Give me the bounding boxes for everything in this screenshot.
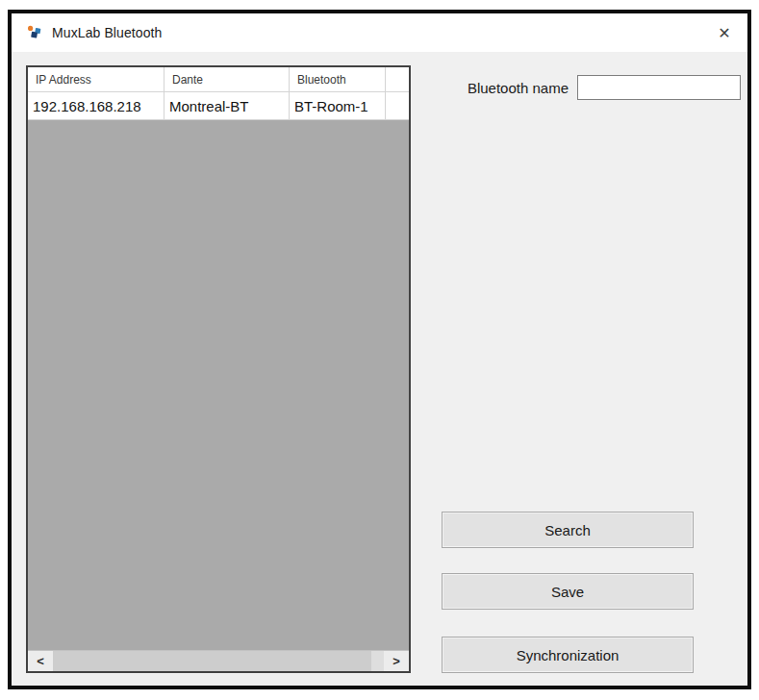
column-header-bluetooth[interactable]: Bluetooth (290, 67, 386, 91)
bluetooth-name-input[interactable] (577, 75, 741, 100)
column-header-dante[interactable]: Dante (164, 67, 290, 91)
table-row[interactable]: 192.168.168.218 Montreal-BT BT-Room-1 (28, 92, 409, 120)
bluetooth-name-label: Bluetooth name (468, 80, 569, 96)
title-bar: MuxLab Bluetooth ✕ (12, 13, 747, 52)
search-button[interactable]: Search (442, 512, 694, 548)
table-empty-area (28, 120, 409, 650)
scroll-right-button[interactable]: > (384, 651, 409, 671)
scrollbar-track[interactable] (53, 651, 384, 671)
cell-ip-address[interactable]: 192.168.168.218 (28, 92, 164, 119)
close-button[interactable]: ✕ (701, 13, 747, 52)
app-logo-icon (27, 25, 42, 40)
scroll-left-button[interactable]: < (28, 651, 53, 671)
close-icon: ✕ (718, 24, 730, 42)
table-header-row: IP Address Dante Bluetooth (28, 67, 409, 92)
column-header-filler (386, 67, 409, 91)
horizontal-scrollbar[interactable]: < > (28, 650, 409, 671)
screenshot-page: MuxLab Bluetooth ✕ IP Address Dante Blue… (0, 0, 759, 700)
cell-dante-name[interactable]: Montreal-BT (164, 92, 290, 119)
chevron-right-icon: > (392, 654, 400, 668)
column-header-ip-address[interactable]: IP Address (28, 67, 164, 91)
synchronization-button[interactable]: Synchronization (442, 637, 694, 673)
cell-filler (386, 92, 409, 119)
device-table: IP Address Dante Bluetooth 192.168.168.2… (26, 65, 411, 673)
bluetooth-name-field: Bluetooth name (423, 73, 741, 102)
app-window: MuxLab Bluetooth ✕ IP Address Dante Blue… (8, 10, 751, 689)
save-button[interactable]: Save (442, 573, 694, 610)
chevron-left-icon: < (37, 654, 44, 668)
window-title: MuxLab Bluetooth (52, 25, 162, 40)
cell-bluetooth-name[interactable]: BT-Room-1 (290, 92, 386, 119)
scrollbar-thumb[interactable] (53, 651, 371, 671)
